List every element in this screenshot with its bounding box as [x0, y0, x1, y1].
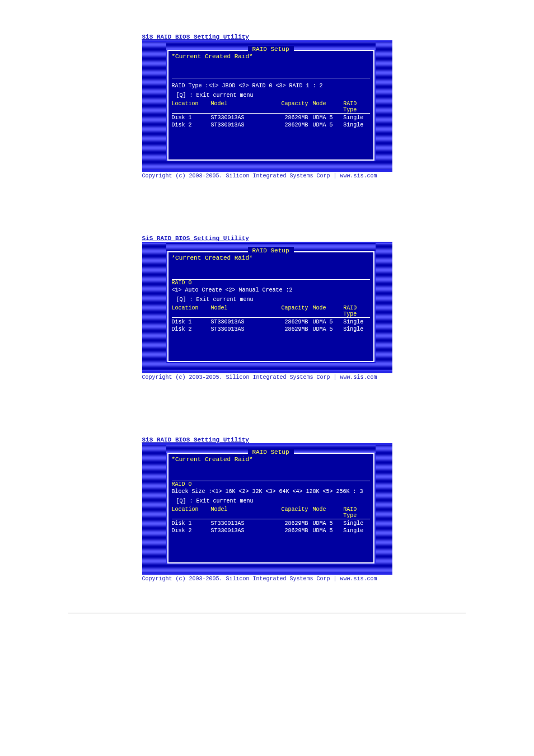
disk-capacity: 28629MB — [272, 326, 312, 332]
disk-capacity: 28629MB — [272, 528, 312, 534]
disk-location: Disk 1 — [172, 319, 211, 325]
th-capacity: Capacity — [272, 506, 312, 519]
disk-capacity: 28629MB — [272, 520, 312, 527]
disk-table-header: Location Model Capacity Mode RAID Type — [172, 305, 370, 317]
hatch-decor — [142, 363, 392, 370]
disk-model: ST330013AS — [210, 528, 272, 534]
th-location: Location — [172, 101, 211, 113]
disk-mode: UDMA 5 — [312, 528, 343, 534]
panel-title: RAID Setup — [247, 46, 293, 53]
content-area: RAID Type :<1> JBOD <2> RAID 0 <3> RAID … — [172, 78, 370, 156]
disk-table-header: Location Model Capacity Mode RAID Type — [172, 101, 370, 113]
divider — [172, 113, 370, 114]
disk-model: ST330013AS — [210, 326, 272, 332]
hatch-decor — [376, 42, 392, 169]
current-raid-label: *Current Created Raid* — [172, 456, 253, 463]
table-row: Disk 2 ST330013AS 28629MB UDMA 5 Single — [172, 528, 370, 534]
hatch-decor — [142, 564, 392, 572]
th-raid-type: RAID Type — [343, 101, 369, 113]
content-area: RAID 0 Block Size :<1> 16K <2> 32K <3> 6… — [172, 481, 370, 559]
table-row: Disk 1 ST330013AS 28629MB UDMA 5 Single — [172, 520, 370, 527]
raid-mode-heading: RAID 0 — [172, 280, 370, 286]
disk-table-header: Location Model Capacity Mode RAID Type — [172, 506, 370, 519]
disk-model: ST330013AS — [210, 115, 272, 121]
main-panel: RAID Setup *Current Created Raid* RAID 0… — [167, 251, 374, 362]
create-mode-prompt[interactable]: <1> Auto Create <2> Manual Create :2 — [172, 287, 370, 293]
disk-model: ST330013AS — [210, 319, 272, 325]
block-size-prompt[interactable]: Block Size :<1> 16K <2> 32K <3> 64K <4> … — [172, 489, 370, 495]
utility-title: SiS RAID BIOS Setting Utility — [142, 235, 392, 242]
copyright-line: Copyright (c) 2003-2005. Silicon Integra… — [142, 373, 392, 381]
table-row: Disk 2 ST330013AS 28629MB UDMA 5 Single — [172, 326, 370, 332]
disk-type-value: Single — [343, 115, 369, 121]
disk-capacity: 28629MB — [272, 319, 312, 325]
hatch-decor — [142, 445, 166, 572]
disk-type-value: Single — [343, 520, 369, 527]
th-mode: Mode — [312, 101, 343, 113]
disk-type-value: Single — [343, 319, 369, 325]
disk-model: ST330013AS — [210, 520, 272, 527]
divider — [172, 317, 370, 318]
disk-location: Disk 2 — [172, 528, 211, 534]
raid-mode-heading: RAID 0 — [172, 481, 370, 487]
exit-hint[interactable]: [Q] : Exit current menu — [176, 92, 370, 98]
disk-location: Disk 1 — [172, 115, 211, 121]
bios-screen-2: RAID Setup *Current Created Raid* RAID 0… — [142, 242, 392, 373]
copyright-line: Copyright (c) 2003-2005. Silicon Integra… — [142, 172, 392, 179]
disk-type-value: Single — [343, 326, 369, 332]
utility-title: SiS RAID BIOS Setting Utility — [142, 34, 392, 40]
content-area: RAID 0 <1> Auto Create <2> Manual Create… — [172, 279, 370, 358]
th-mode: Mode — [312, 506, 343, 519]
th-model: Model — [210, 305, 272, 317]
hatch-decor — [142, 243, 166, 370]
disk-type-value: Single — [343, 122, 369, 128]
th-location: Location — [172, 305, 211, 317]
th-capacity: Capacity — [272, 101, 312, 113]
current-raid-label: *Current Created Raid* — [172, 255, 253, 261]
disk-model: ST330013AS — [210, 122, 272, 128]
exit-hint[interactable]: [Q] : Exit current menu — [176, 297, 370, 303]
disk-mode: UDMA 5 — [312, 122, 343, 128]
disk-mode: UDMA 5 — [312, 520, 343, 527]
main-panel: RAID Setup *Current Created Raid* RAID T… — [167, 50, 374, 161]
disk-location: Disk 1 — [172, 520, 211, 527]
disk-capacity: 28629MB — [272, 122, 312, 128]
hatch-decor — [376, 445, 392, 572]
copyright-line: Copyright (c) 2003-2005. Silicon Integra… — [142, 575, 392, 582]
main-panel: RAID Setup *Current Created Raid* RAID 0… — [167, 453, 374, 564]
hatch-decor — [142, 161, 392, 169]
th-raid-type: RAID Type — [343, 305, 369, 317]
divider — [172, 519, 370, 519]
th-model: Model — [210, 506, 272, 519]
exit-hint[interactable]: [Q] : Exit current menu — [176, 498, 370, 504]
disk-mode: UDMA 5 — [312, 326, 343, 332]
th-raid-type: RAID Type — [343, 506, 369, 519]
disk-mode: UDMA 5 — [312, 319, 343, 325]
th-mode: Mode — [312, 305, 343, 317]
page-footer-divider — [68, 613, 466, 613]
bios-screen-1: RAID Setup *Current Created Raid* RAID T… — [142, 40, 392, 172]
bios-screenshot-1: SiS RAID BIOS Setting Utility RAID Setup… — [142, 34, 392, 179]
raid-type-prompt[interactable]: RAID Type :<1> JBOD <2> RAID 0 <3> RAID … — [172, 83, 370, 89]
hatch-decor — [142, 42, 166, 169]
utility-title: SiS RAID BIOS Setting Utility — [142, 436, 392, 443]
bios-screenshot-2: SiS RAID BIOS Setting Utility RAID Setup… — [142, 235, 392, 381]
th-capacity: Capacity — [272, 305, 312, 317]
bios-screen-3: RAID Setup *Current Created Raid* RAID 0… — [142, 443, 392, 575]
disk-location: Disk 2 — [172, 122, 211, 128]
disk-location: Disk 2 — [172, 326, 211, 332]
current-raid-label: *Current Created Raid* — [172, 53, 253, 60]
table-row: Disk 1 ST330013AS 28629MB UDMA 5 Single — [172, 115, 370, 121]
disk-type-value: Single — [343, 528, 369, 534]
table-row: Disk 1 ST330013AS 28629MB UDMA 5 Single — [172, 319, 370, 325]
hatch-decor — [376, 243, 392, 370]
panel-title: RAID Setup — [247, 247, 293, 254]
th-model: Model — [210, 101, 272, 113]
panel-title: RAID Setup — [247, 449, 293, 456]
disk-capacity: 28629MB — [272, 115, 312, 121]
disk-mode: UDMA 5 — [312, 115, 343, 121]
th-location: Location — [172, 506, 211, 519]
bios-screenshot-3: SiS RAID BIOS Setting Utility RAID Setup… — [142, 436, 392, 582]
divider — [172, 78, 370, 78]
table-row: Disk 2 ST330013AS 28629MB UDMA 5 Single — [172, 122, 370, 128]
